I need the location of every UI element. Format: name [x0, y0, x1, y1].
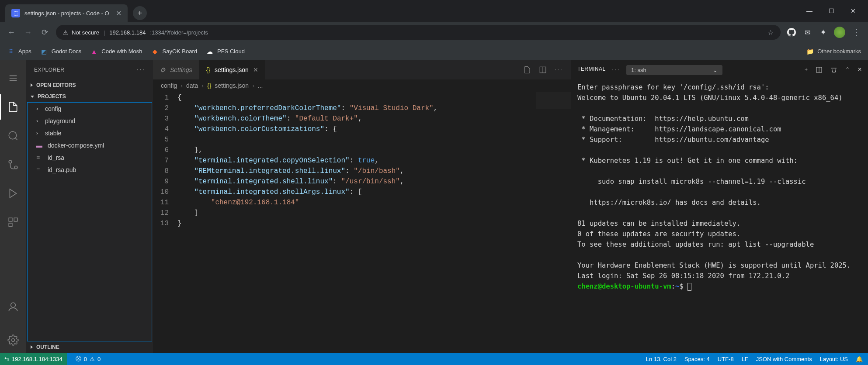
- minimap[interactable]: [536, 92, 571, 109]
- minimize-icon[interactable]: ―: [805, 7, 814, 14]
- account-icon[interactable]: [0, 294, 26, 320]
- open-editors-section[interactable]: OPEN EDITORS: [26, 79, 153, 91]
- settings-gear-icon[interactable]: [0, 327, 26, 353]
- indentation[interactable]: Spaces: 4: [684, 356, 710, 362]
- kill-terminal-icon[interactable]: [830, 66, 837, 73]
- eol-label: LF: [742, 356, 748, 362]
- breadcrumb-item[interactable]: settings.json: [215, 82, 249, 89]
- close-tab-icon[interactable]: ✕: [253, 66, 258, 73]
- gmail-icon[interactable]: ✉: [802, 28, 812, 37]
- svg-point-11: [11, 303, 16, 307]
- maximize-icon[interactable]: ☐: [827, 7, 836, 14]
- status-bar: ⇆ 192.168.1.184:1334 ⓧ0 ⚠0 Ln 13, Col 2 …: [0, 353, 868, 365]
- bookmark-sayok[interactable]: ◆SayOK Board: [151, 48, 198, 55]
- language-mode[interactable]: JSON with Comments: [756, 356, 812, 362]
- editor-area: ⚙ Settings {} settings.json ✕ ··· config…: [153, 60, 571, 353]
- bookmark-star-icon[interactable]: ☆: [767, 28, 774, 37]
- vscode-app: EXPLORER ··· OPEN EDITORS PROJECTS ›conf…: [0, 60, 868, 353]
- extensions-icon[interactable]: [0, 210, 26, 235]
- breadcrumb-item[interactable]: data: [186, 82, 198, 89]
- tree-file-idrsa[interactable]: ≡id_rsa: [28, 152, 152, 164]
- browser-tab[interactable]: ⬚ settings.json - projects - Code - O ✕: [5, 4, 128, 22]
- terminal-output[interactable]: Enter passphrase for key '/config/.ssh/i…: [571, 79, 868, 353]
- maximize-terminal-icon[interactable]: ⌃: [845, 66, 850, 73]
- keyboard-layout[interactable]: Layout: US: [820, 356, 848, 362]
- profile-avatar[interactable]: [834, 27, 845, 38]
- source-control-icon[interactable]: [0, 152, 26, 177]
- new-terminal-icon[interactable]: +: [805, 66, 808, 73]
- remote-indicator[interactable]: ⇆ 192.168.1.184:1334: [0, 353, 67, 365]
- not-secure-badge[interactable]: ⚠ Not secure: [63, 29, 99, 36]
- cursor-position[interactable]: Ln 13, Col 2: [646, 356, 677, 362]
- json-icon: {}: [206, 66, 210, 73]
- terminal-header: TERMINAL ··· 1: ssh ⌄ + ⌃ ✕: [571, 60, 868, 79]
- search-icon[interactable]: [0, 123, 26, 148]
- item-label: playground: [45, 117, 75, 124]
- problems-indicator[interactable]: ⓧ0 ⚠0: [76, 355, 101, 363]
- chrome-menu-icon[interactable]: ⋮: [851, 28, 862, 37]
- tree-file-docker[interactable]: ▬docker-compose.yml: [28, 139, 152, 152]
- open-changes-icon[interactable]: [523, 66, 531, 74]
- line-gutter: 12345678910111213: [153, 92, 177, 353]
- apps-grid-icon: ⠿: [7, 48, 15, 55]
- tab-label: settings.json: [215, 66, 249, 73]
- address-bar[interactable]: ⚠ Not secure | 192.168.1.184:1334/?folde…: [56, 25, 781, 40]
- more-actions-icon[interactable]: ···: [555, 66, 563, 74]
- browser-toolbar: ← → ⟳ ⚠ Not secure | 192.168.1.184:1334/…: [0, 22, 868, 43]
- sidebar-title: EXPLORER: [34, 67, 64, 73]
- settings-icon: ⚙: [160, 66, 166, 73]
- menu-icon[interactable]: [0, 65, 26, 91]
- terminal-tab[interactable]: TERMINAL: [577, 66, 606, 74]
- close-tab-icon[interactable]: ✕: [116, 9, 122, 17]
- folder-icon: 📁: [806, 48, 814, 55]
- bookmark-pfs[interactable]: ☁PFS Cloud: [206, 48, 245, 55]
- encoding[interactable]: UTF-8: [718, 356, 734, 362]
- tree-folder-stable[interactable]: ›stable: [28, 127, 152, 139]
- close-window-icon[interactable]: ✕: [849, 7, 858, 14]
- split-editor-icon[interactable]: [539, 66, 547, 74]
- remote-label: 192.168.1.184:1334: [12, 356, 62, 362]
- other-bookmarks[interactable]: 📁Other bookmarks: [806, 48, 861, 55]
- not-secure-label: Not secure: [72, 29, 99, 36]
- back-icon[interactable]: ←: [6, 28, 17, 37]
- code-content[interactable]: { "workbench.preferredDarkColorTheme": "…: [177, 92, 571, 353]
- tree-folder-playground[interactable]: ›playground: [28, 115, 152, 127]
- apps-button[interactable]: ⠿Apps: [7, 48, 31, 55]
- code-editor[interactable]: 12345678910111213 { "workbench.preferred…: [153, 92, 571, 353]
- breadcrumb-item[interactable]: ...: [258, 82, 263, 89]
- terminal-select-value: 1: ssh: [631, 67, 646, 73]
- bookmark-mosh[interactable]: ▲Code with Mosh: [90, 48, 142, 55]
- breadcrumb[interactable]: config› data› {} settings.json› ...: [153, 79, 571, 92]
- address-host: 192.168.1.184: [109, 29, 146, 36]
- outline-section[interactable]: OUTLINE: [26, 341, 153, 353]
- eol[interactable]: LF: [742, 356, 748, 362]
- tab-settings[interactable]: ⚙ Settings: [153, 60, 199, 79]
- svg-rect-9: [14, 218, 17, 221]
- close-panel-icon[interactable]: ✕: [858, 66, 862, 73]
- tab-settings-json[interactable]: {} settings.json ✕: [199, 60, 265, 79]
- terminal-actions: + ⌃ ✕: [805, 66, 862, 73]
- extensions-icon[interactable]: ✦: [818, 28, 828, 37]
- tab-label: Settings: [170, 66, 192, 73]
- sidebar-header: EXPLORER ···: [26, 60, 153, 79]
- notifications-icon[interactable]: 🔔: [856, 356, 863, 362]
- forward-icon[interactable]: →: [23, 28, 33, 37]
- breadcrumb-item[interactable]: config: [161, 82, 177, 89]
- terminal-more-icon[interactable]: ···: [612, 66, 620, 74]
- sidebar-more-icon[interactable]: ···: [137, 66, 145, 74]
- split-terminal-icon[interactable]: [816, 66, 823, 73]
- debug-icon[interactable]: [0, 181, 26, 206]
- item-label: id_rsa.pub: [48, 166, 76, 173]
- explorer-icon[interactable]: [0, 94, 26, 120]
- terminal-select[interactable]: 1: ssh ⌄: [626, 65, 722, 75]
- reload-icon[interactable]: ⟳: [39, 28, 50, 37]
- tree-file-idrsapub[interactable]: ≡id_rsa.pub: [28, 164, 152, 176]
- remote-icon: ⇆: [4, 356, 9, 362]
- bookmark-godot[interactable]: ◩Godot Docs: [40, 48, 82, 55]
- github-icon[interactable]: [787, 28, 796, 37]
- file-tree[interactable]: ›config ›playground ›stable ▬docker-comp…: [27, 102, 152, 341]
- bookmark-label: Apps: [18, 48, 31, 55]
- tree-folder-config[interactable]: ›config: [28, 103, 152, 115]
- project-section[interactable]: PROJECTS: [26, 91, 153, 102]
- new-tab-button[interactable]: +: [133, 6, 147, 20]
